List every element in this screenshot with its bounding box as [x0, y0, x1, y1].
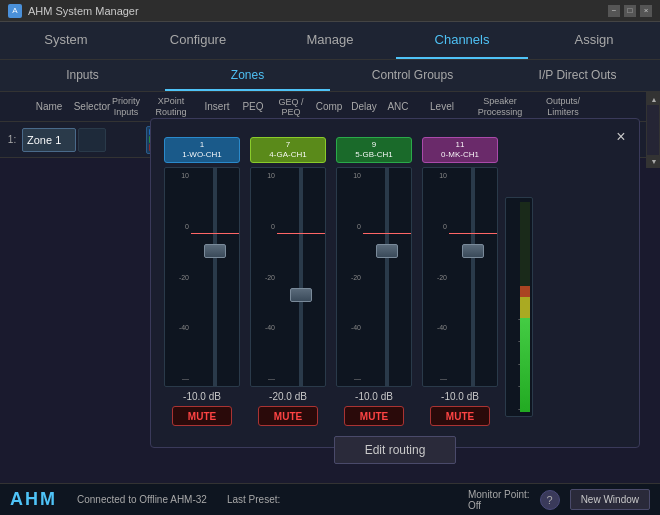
- fader-ch9-body[interactable]: 100-20-40—: [336, 167, 412, 387]
- fader-ch1-scale: 100-20-40—: [165, 168, 191, 386]
- fader-ch11-handle[interactable]: [462, 244, 484, 258]
- main-nav: System Configure Manage Channels Assign: [0, 22, 660, 60]
- zone-name[interactable]: Zone 1: [22, 128, 76, 152]
- fader-ch1-mute[interactable]: MUTE: [172, 406, 232, 426]
- fader-track-visual-9: [385, 168, 389, 386]
- title-bar-controls: − □ ×: [608, 5, 652, 17]
- fader-ch9-mute[interactable]: MUTE: [344, 406, 404, 426]
- col-comp-header: Comp: [314, 101, 344, 112]
- subnav-zones[interactable]: Zones: [165, 60, 330, 91]
- meter-bar-orange: [520, 286, 530, 297]
- subnav-inputs[interactable]: Inputs: [0, 60, 165, 91]
- col-name-header: Name: [22, 101, 76, 112]
- fader-track-visual: [213, 168, 217, 386]
- fader-ch11-mute[interactable]: MUTE: [430, 406, 490, 426]
- app-icon: A: [8, 4, 22, 18]
- col-insert-header: Insert: [198, 101, 236, 112]
- fader-ch9-scale: 100-20-40—: [337, 168, 363, 386]
- popup-close-button[interactable]: ×: [611, 127, 631, 147]
- fader-ch7-header: 7 4-GA-CH1: [250, 137, 326, 163]
- zone-selector-cell[interactable]: [78, 128, 106, 152]
- faders-container: 1 1-WO-CH1 100-20-40— -10.0 dB MUTE 7 4-…: [161, 137, 629, 426]
- fader-ch7-mute[interactable]: MUTE: [258, 406, 318, 426]
- nav-system[interactable]: System: [0, 22, 132, 59]
- fader-channel-11: 11 0-MK-CH1 100-20-40— -10.0 dB MUTE: [419, 137, 501, 426]
- meter-bar-green: [520, 318, 530, 413]
- fader-zero-line-9: [363, 233, 411, 234]
- fader-channel-7: 7 4-GA-CH1 100-20-40— -20.0 dB MUTE: [247, 137, 329, 426]
- fader-ch9-header: 9 5-GB-CH1: [336, 137, 412, 163]
- col-anc-header: ANC: [384, 101, 412, 112]
- nav-configure[interactable]: Configure: [132, 22, 264, 59]
- fader-ch7-scale: 100-20-40—: [251, 168, 277, 386]
- monitor-point: Monitor Point: Off: [468, 489, 530, 511]
- subnav-control-groups[interactable]: Control Groups: [330, 60, 495, 91]
- fader-ch1-db: -10.0 dB: [183, 391, 221, 402]
- fader-ch1-handle[interactable]: [204, 244, 226, 258]
- fader-channel-9: 9 5-GB-CH1 100-20-40— -10.0 dB MUTE: [333, 137, 415, 426]
- master-meter-container: 151050-5-10-15-20-25-30: [505, 167, 533, 417]
- meter-bar-yellow: [520, 297, 530, 318]
- fader-track-visual-11: [471, 168, 475, 386]
- nav-assign[interactable]: Assign: [528, 22, 660, 59]
- col-delay-header: Delay: [346, 101, 382, 112]
- zone-priority-cell: [108, 128, 144, 152]
- col-xpoint-header: XPointRouting: [146, 96, 196, 118]
- fader-ch11-track[interactable]: [449, 168, 497, 386]
- edit-routing-button[interactable]: Edit routing: [334, 436, 457, 464]
- fader-channel-1: 1 1-WO-CH1 100-20-40— -10.0 dB MUTE: [161, 137, 243, 426]
- app-title: AHM System Manager: [28, 5, 139, 17]
- help-button[interactable]: ?: [540, 490, 560, 510]
- fader-ch11-db: -10.0 dB: [441, 391, 479, 402]
- fader-ch7-db: -20.0 dB: [269, 391, 307, 402]
- fader-ch11-body[interactable]: 100-20-40—: [422, 167, 498, 387]
- status-right: Monitor Point: Off ? New Window: [468, 489, 650, 511]
- fader-ch11-header: 11 0-MK-CH1: [422, 137, 498, 163]
- status-bar: AHM Connected to Offline AHM-32 Last Pre…: [0, 483, 660, 515]
- fader-ch1-body[interactable]: 100-20-40—: [164, 167, 240, 387]
- close-button[interactable]: ×: [640, 5, 652, 17]
- col-selector-header: Selector: [78, 101, 106, 112]
- fader-popup: × 1 1-WO-CH1 100-20-40— -10.0 dB MUTE: [150, 118, 640, 448]
- last-preset-label: Last Preset:: [227, 494, 280, 505]
- nav-channels[interactable]: Channels: [396, 22, 528, 59]
- col-speaker-header: SpeakerProcessing: [472, 96, 528, 118]
- fader-ch1-track[interactable]: [191, 168, 239, 386]
- fader-zero-line-7: [277, 233, 325, 234]
- scroll-down-btn[interactable]: ▼: [647, 155, 660, 167]
- sub-nav: Inputs Zones Control Groups I/P Direct O…: [0, 60, 660, 92]
- col-priority-header: PriorityInputs: [108, 96, 144, 118]
- fader-ch9-handle[interactable]: [376, 244, 398, 258]
- fader-track-visual-7: [299, 168, 303, 386]
- fader-ch11-scale: 100-20-40—: [423, 168, 449, 386]
- scroll-up-btn[interactable]: ▲: [647, 93, 660, 105]
- fader-ch7-track[interactable]: [277, 168, 325, 386]
- fader-zero-line: [191, 233, 239, 234]
- col-geq-header: GEQ / PEQ: [270, 97, 312, 117]
- col-level-header: Level: [414, 101, 470, 112]
- connected-status: Connected to Offline AHM-32: [77, 494, 207, 505]
- title-bar: A AHM System Manager − □ ×: [0, 0, 660, 22]
- fader-zero-line-11: [449, 233, 497, 234]
- fader-ch7-handle[interactable]: [290, 288, 312, 302]
- nav-manage[interactable]: Manage: [264, 22, 396, 59]
- fader-ch1-header: 1 1-WO-CH1: [164, 137, 240, 163]
- scroll-track: [647, 105, 659, 155]
- ahm-logo: AHM: [10, 489, 57, 510]
- col-peq-header: PEQ: [238, 101, 268, 112]
- scroll-bar[interactable]: ▲ ▼: [646, 92, 660, 168]
- minimize-button[interactable]: −: [608, 5, 620, 17]
- zone-number: 1:: [4, 134, 20, 145]
- new-window-button[interactable]: New Window: [570, 489, 650, 510]
- fader-ch7-body[interactable]: 100-20-40—: [250, 167, 326, 387]
- maximize-button[interactable]: □: [624, 5, 636, 17]
- col-outputs-header: Outputs/Limiters: [530, 96, 596, 118]
- master-meter: 151050-5-10-15-20-25-30: [505, 197, 533, 417]
- fader-ch9-db: -10.0 dB: [355, 391, 393, 402]
- status-left: AHM Connected to Offline AHM-32 Last Pre…: [10, 489, 280, 510]
- title-bar-left: A AHM System Manager: [8, 4, 139, 18]
- subnav-ipdirect[interactable]: I/P Direct Outs: [495, 60, 660, 91]
- meter-track: [520, 202, 530, 412]
- fader-ch9-track[interactable]: [363, 168, 411, 386]
